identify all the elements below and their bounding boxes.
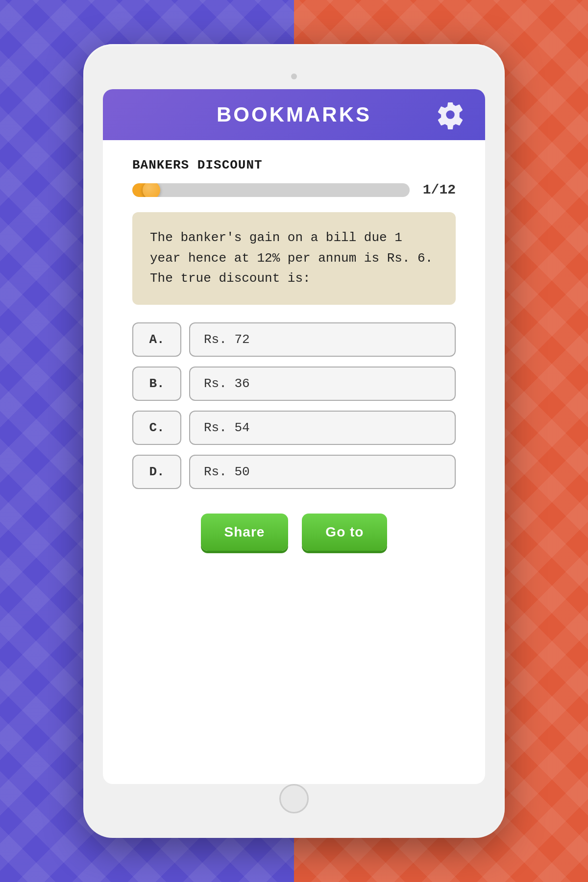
option-letter-d[interactable]: D. [132, 455, 181, 489]
option-text-a[interactable]: Rs. 72 [189, 322, 456, 357]
progress-counter: 1/12 [421, 182, 456, 197]
gear-icon [436, 100, 465, 129]
main-content: BANKERS DISCOUNT 1/12 The banker's gain … [103, 140, 485, 784]
option-row-b: B. Rs. 36 [132, 367, 456, 401]
progress-section: 1/12 [132, 182, 456, 197]
progress-indicator [143, 183, 160, 197]
action-buttons: Share Go to [132, 514, 456, 551]
header-bar: BOOKMARKS [103, 89, 485, 140]
option-text-d[interactable]: Rs. 50 [189, 455, 456, 489]
option-row-c: C. Rs. 54 [132, 411, 456, 445]
settings-button[interactable] [433, 98, 467, 132]
question-text: The banker's gain on a bill due 1 year h… [132, 212, 456, 305]
option-letter-b[interactable]: B. [132, 367, 181, 401]
share-button[interactable]: Share [201, 514, 289, 551]
page-title: BOOKMARKS [217, 103, 371, 126]
progress-fill [132, 183, 154, 197]
option-text-b[interactable]: Rs. 36 [189, 367, 456, 401]
option-letter-c[interactable]: C. [132, 411, 181, 445]
option-row-d: D. Rs. 50 [132, 455, 456, 489]
option-row-a: A. Rs. 72 [132, 322, 456, 357]
goto-button[interactable]: Go to [302, 514, 387, 551]
option-letter-a[interactable]: A. [132, 322, 181, 357]
screen: BOOKMARKS BANKERS DISCOUNT 1/12 The bank… [103, 89, 485, 784]
device-frame: BOOKMARKS BANKERS DISCOUNT 1/12 The bank… [83, 44, 505, 838]
options-list: A. Rs. 72 B. Rs. 36 C. Rs. 54 D. Rs. 50 [132, 322, 456, 489]
progress-bar [132, 183, 410, 197]
home-button[interactable] [279, 784, 309, 813]
topic-label: BANKERS DISCOUNT [132, 158, 456, 172]
device-camera [291, 74, 297, 79]
option-text-c[interactable]: Rs. 54 [189, 411, 456, 445]
